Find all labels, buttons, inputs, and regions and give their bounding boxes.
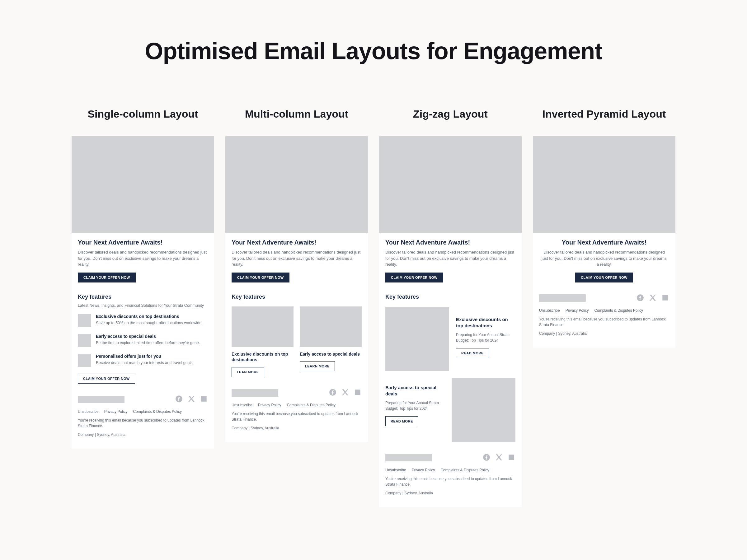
email-card: Your Next Adventure Awaits! Discover tai…: [533, 136, 675, 348]
footer-bar: [232, 388, 362, 397]
footer-links: Unsubscribe Privacy Policy Complaints & …: [539, 308, 669, 313]
cta-secondary-button[interactable]: CLAIM YOUR OFFER NOW: [78, 374, 135, 383]
email-headline: Your Next Adventure Awaits!: [539, 239, 669, 246]
lean-more-button[interactable]: LEAN MORE: [232, 367, 264, 377]
cta-primary-button[interactable]: CLAIM YOUR OFFER NOW: [78, 272, 136, 283]
feature-thumb-placeholder: [78, 334, 91, 347]
footer-logo-placeholder: [385, 454, 432, 461]
footer-unsubscribe-link[interactable]: Unsubscribe: [232, 403, 252, 407]
cta-primary-button[interactable]: CLAIM YOUR OFFER NOW: [575, 272, 633, 283]
social-icons: [483, 453, 515, 462]
footer-privacy-link[interactable]: Privacy Policy: [258, 403, 281, 407]
footer-logo-placeholder: [539, 294, 586, 302]
feature-row: Personalised offers just for you Receive…: [78, 354, 208, 367]
linkedin-icon[interactable]: [507, 453, 515, 462]
key-features-subtext: Latest News, Insights, and Financial Sol…: [78, 303, 208, 309]
layout-single-column: Single-column Layout Your Next Adventure…: [72, 108, 214, 449]
email-body: Discover tailored deals and handpicked r…: [78, 249, 208, 268]
email-card: Your Next Adventure Awaits! Discover tai…: [72, 136, 214, 449]
feature-title: Early access to special deals: [385, 384, 445, 397]
email-card: Your Next Adventure Awaits! Discover tai…: [379, 136, 522, 507]
footer-privacy-link[interactable]: Privacy Policy: [412, 468, 435, 472]
layout-multi-column: Multi-column Layout Your Next Adventure …: [225, 108, 368, 442]
layout-title: Inverted Pyramid Layout: [533, 108, 675, 120]
learn-more-button[interactable]: LEARN MORE: [300, 361, 335, 371]
footer-unsubscribe-link[interactable]: Unsubscribe: [385, 468, 406, 472]
zigzag-row: Exclusive discounts on top destinations …: [385, 307, 515, 371]
feature-title: Exclusive discounts on top destinations: [96, 314, 203, 319]
facebook-icon[interactable]: [636, 294, 644, 303]
key-features-heading: Key features: [78, 294, 208, 300]
x-icon[interactable]: [649, 294, 657, 303]
footer-company: Company | Sydney, Australia: [539, 331, 669, 336]
feature-desc: Receive deals that match your interests …: [96, 360, 194, 366]
footer-bar: [78, 395, 208, 404]
footer-privacy-link[interactable]: Privacy Policy: [566, 308, 589, 313]
email-card: Your Next Adventure Awaits! Discover tai…: [225, 136, 368, 442]
footer-complaints-link[interactable]: Complaints & Disputes Policy: [287, 403, 336, 407]
feature-row: Early access to special deals Be the fir…: [78, 334, 208, 347]
hero-image-placeholder: [72, 136, 214, 233]
feature-thumb-placeholder: [300, 306, 362, 347]
email-headline: Your Next Adventure Awaits!: [232, 239, 362, 246]
feature-desc: Save up to 50% on the most sought-after …: [96, 320, 203, 326]
footer-links: Unsubscribe Privacy Policy Complaints & …: [385, 468, 515, 472]
layout-title: Zig-zag Layout: [379, 108, 522, 120]
footer-privacy-link[interactable]: Privacy Policy: [104, 409, 128, 414]
social-icons: [175, 395, 208, 404]
linkedin-icon[interactable]: [354, 388, 362, 397]
layout-title: Single-column Layout: [72, 108, 214, 120]
footer-company: Company | Sydney, Australia: [78, 432, 208, 437]
hero-image-placeholder: [225, 136, 368, 233]
key-features-heading: Key features: [385, 294, 515, 300]
footer-links: Unsubscribe Privacy Policy Complaints & …: [232, 403, 362, 407]
feature-thumb-placeholder: [385, 307, 449, 371]
social-icons: [329, 388, 362, 397]
feature-card: Early access to special deals LEARN MORE: [300, 306, 362, 377]
key-features-heading: Key features: [232, 294, 362, 300]
multi-feature-grid: Exclusive discounts on top destinations …: [232, 306, 362, 377]
footer-bar: [539, 294, 669, 303]
facebook-icon[interactable]: [483, 453, 491, 462]
footer-company: Company | Sydney, Australia: [232, 425, 362, 431]
feature-desc: Preparing for Your Annual Strata Budget:…: [385, 400, 445, 411]
x-icon[interactable]: [187, 395, 196, 404]
feature-thumb-placeholder: [232, 306, 293, 347]
layout-zig-zag: Zig-zag Layout Your Next Adventure Await…: [379, 108, 522, 507]
feature-title: Early access to special deals: [300, 351, 362, 357]
feature-thumb-placeholder: [78, 314, 91, 327]
footer-unsubscribe-link[interactable]: Unsubscribe: [539, 308, 560, 313]
layout-inverted-pyramid: Inverted Pyramid Layout Your Next Advent…: [533, 108, 675, 348]
footer-logo-placeholder: [78, 396, 125, 403]
x-icon[interactable]: [341, 388, 349, 397]
feature-card: Exclusive discounts on top destinations …: [232, 306, 293, 377]
footer-logo-placeholder: [232, 389, 278, 397]
facebook-icon[interactable]: [175, 395, 183, 404]
feature-title: Exclusive discounts on top destinations: [456, 316, 515, 329]
footer-unsubscribe-link[interactable]: Unsubscribe: [78, 409, 99, 414]
x-icon[interactable]: [495, 453, 503, 462]
feature-title: Exclusive discounts on top destinations: [232, 351, 293, 363]
feature-row: Exclusive discounts on top destinations …: [78, 314, 208, 327]
email-body: Discover tailored deals and handpicked r…: [540, 249, 668, 268]
footer-links: Unsubscribe Privacy Policy Complaints & …: [78, 409, 208, 414]
footer-complaints-link[interactable]: Complaints & Disputes Policy: [594, 308, 643, 313]
feature-title: Personalised offers just for you: [96, 354, 194, 359]
feature-thumb-placeholder: [452, 378, 515, 442]
cta-primary-button[interactable]: CLAIM YOUR OFFER NOW: [385, 272, 443, 283]
linkedin-icon[interactable]: [200, 395, 208, 404]
footer-reason: You're receiving this email because you …: [232, 411, 362, 422]
footer-reason: You're receiving this email because you …: [385, 476, 515, 487]
facebook-icon[interactable]: [329, 388, 337, 397]
feature-desc: Preparing for Your Annual Strata Budget:…: [456, 332, 515, 343]
footer-complaints-link[interactable]: Complaints & Disputes Policy: [440, 468, 489, 472]
layout-title: Multi-column Layout: [225, 108, 368, 120]
feature-thumb-placeholder: [78, 354, 91, 367]
zigzag-row: Early access to special deals Preparing …: [385, 378, 515, 442]
footer-complaints-link[interactable]: Complaints & Disputes Policy: [133, 409, 182, 414]
linkedin-icon[interactable]: [661, 294, 669, 303]
read-more-button[interactable]: READ MORE: [456, 348, 489, 358]
read-more-button[interactable]: READ MORE: [385, 416, 418, 426]
footer-reason: You're receiving this email because you …: [78, 418, 208, 429]
cta-primary-button[interactable]: CLAIM YOUR OFFER NOW: [232, 272, 289, 283]
